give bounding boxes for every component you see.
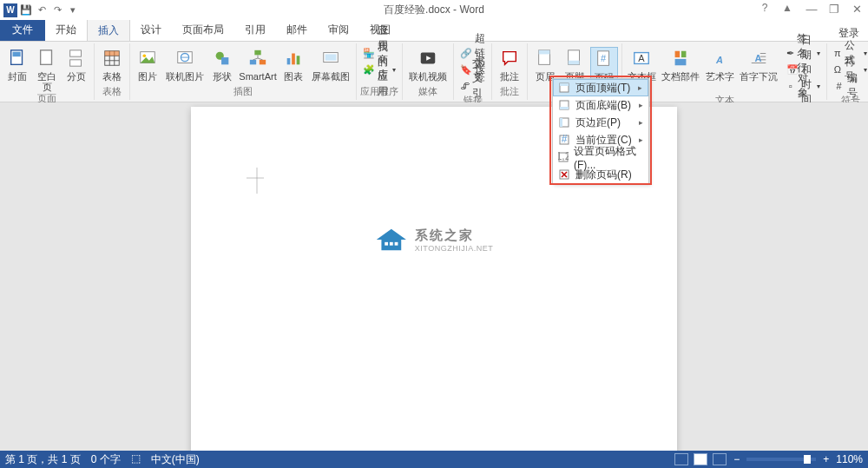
ribbon-tabs: 文件 开始 插入 设计 页面布局 引用 邮件 审阅 视图 登录 bbox=[0, 20, 868, 42]
svg-text:A: A bbox=[715, 55, 723, 65]
document-area[interactable]: 系统之家 XITONGZHIJIA.NET bbox=[0, 102, 868, 451]
svg-text:A: A bbox=[754, 53, 761, 63]
number-button[interactable]: #编号 bbox=[831, 78, 868, 94]
blank-page-button[interactable]: 空白页 bbox=[33, 47, 61, 92]
menu-top-of-page[interactable]: 页面顶端(T)▸ bbox=[553, 79, 648, 96]
tab-file[interactable]: 文件 bbox=[0, 19, 45, 41]
tab-mailings[interactable]: 邮件 bbox=[276, 19, 318, 41]
watermark-subtitle: XITONGZHIJIA.NET bbox=[415, 244, 493, 253]
svg-rect-25 bbox=[287, 58, 291, 64]
redo-icon[interactable]: ↷ bbox=[50, 3, 64, 17]
watermark: 系统之家 XITONGZHIJIA.NET bbox=[375, 227, 493, 253]
svg-rect-4 bbox=[70, 60, 82, 66]
screenshot-button[interactable]: 屏幕截图 bbox=[309, 47, 352, 82]
table-button[interactable]: 表格 bbox=[98, 47, 126, 82]
help-icon[interactable]: ? bbox=[757, 0, 773, 16]
wordart-button[interactable]: A 艺术字 bbox=[704, 47, 735, 94]
smartart-button[interactable]: SmartArt bbox=[238, 47, 278, 82]
restore-button[interactable]: ❐ bbox=[825, 0, 844, 17]
svg-line-23 bbox=[253, 58, 259, 60]
group-links: 🔗超链接 🔖书签 🖇交叉引用 链接 bbox=[454, 43, 492, 100]
shapes-button[interactable]: 形状 bbox=[208, 47, 236, 82]
group-illustrations: 图片 联机图片 形状 SmartArt 图表 屏幕截图 插 bbox=[130, 43, 357, 100]
quickparts-button[interactable]: 文档部件 bbox=[659, 47, 702, 94]
dropcap-button[interactable]: A 首字下沉 bbox=[737, 47, 780, 94]
zoom-slider[interactable] bbox=[746, 458, 816, 461]
svg-rect-10 bbox=[105, 51, 120, 56]
read-mode-icon[interactable] bbox=[674, 453, 688, 465]
group-comments: 批注 批注 bbox=[492, 43, 528, 100]
pictures-icon bbox=[137, 47, 158, 69]
wordart-icon: A bbox=[709, 47, 730, 69]
status-lang-icon[interactable]: ⬚ bbox=[131, 452, 141, 467]
minimize-button[interactable]: — bbox=[802, 0, 821, 17]
store-icon: 🏪 bbox=[363, 47, 375, 59]
quickparts-icon bbox=[670, 47, 691, 69]
signature-icon: ✒ bbox=[786, 47, 794, 59]
cover-page-button[interactable]: 封面 bbox=[3, 47, 31, 92]
svg-rect-67 bbox=[395, 242, 398, 246]
web-layout-icon[interactable] bbox=[713, 453, 727, 465]
status-language[interactable]: 中文(中国) bbox=[151, 452, 200, 467]
comment-icon bbox=[499, 47, 520, 69]
svg-rect-27 bbox=[297, 56, 300, 64]
tab-references[interactable]: 引用 bbox=[234, 19, 276, 41]
comment-button[interactable]: 批注 bbox=[496, 47, 523, 82]
view-mode-icons bbox=[674, 453, 727, 465]
online-pictures-button[interactable]: 联机图片 bbox=[163, 47, 207, 82]
tab-layout[interactable]: 页面布局 bbox=[172, 19, 234, 41]
page-break-button[interactable]: 分页 bbox=[62, 47, 90, 92]
cover-page-icon bbox=[7, 47, 28, 69]
myapps-button[interactable]: 🧩我的应用▾ bbox=[360, 62, 398, 77]
svg-rect-52 bbox=[560, 107, 569, 109]
status-page[interactable]: 第 1 页，共 1 页 bbox=[5, 452, 81, 467]
menu-remove-page-numbers[interactable]: 删除页码(R) bbox=[553, 166, 648, 183]
svg-rect-26 bbox=[292, 54, 295, 65]
print-layout-icon[interactable] bbox=[694, 453, 707, 465]
online-video-button[interactable]: 联机视频 bbox=[406, 47, 450, 82]
group-symbols: π公式▾ Ω符号▾ #编号 符号 bbox=[827, 43, 868, 100]
group-media-label: 媒体 bbox=[418, 85, 437, 100]
object-button[interactable]: ▫对象▾ bbox=[784, 78, 823, 94]
online-pictures-icon bbox=[174, 47, 195, 69]
word-app-icon[interactable]: W bbox=[3, 3, 17, 17]
tab-home[interactable]: 开始 bbox=[45, 19, 87, 41]
zoom-out-button[interactable]: − bbox=[733, 453, 740, 465]
svg-rect-1 bbox=[13, 52, 21, 56]
zoom-in-button[interactable]: + bbox=[823, 453, 829, 465]
cursor-mark bbox=[247, 168, 264, 194]
svg-rect-21 bbox=[260, 60, 266, 65]
svg-rect-19 bbox=[254, 50, 260, 56]
shapes-icon bbox=[212, 47, 233, 69]
svg-rect-35 bbox=[569, 61, 580, 65]
equation-icon: π bbox=[833, 47, 842, 59]
qat-customize-icon[interactable]: ▾ bbox=[66, 3, 80, 17]
status-words[interactable]: 0 个字 bbox=[91, 452, 121, 467]
video-icon bbox=[418, 47, 438, 69]
menu-page-margins[interactable]: 页边距(P)▸ bbox=[553, 114, 648, 131]
tab-insert[interactable]: 插入 bbox=[87, 19, 130, 41]
save-icon[interactable]: 💾 bbox=[19, 3, 33, 17]
tab-design[interactable]: 设计 bbox=[130, 19, 172, 41]
page-bottom-icon bbox=[558, 99, 570, 111]
close-button[interactable]: ✕ bbox=[847, 0, 866, 17]
zoom-level[interactable]: 110% bbox=[836, 453, 863, 465]
format-page-icon: 1,2 bbox=[558, 151, 569, 163]
crossref-icon: 🖇 bbox=[460, 80, 470, 92]
svg-rect-54 bbox=[560, 118, 562, 127]
menu-bottom-of-page[interactable]: 页面底端(B)▸ bbox=[553, 96, 648, 114]
myapps-icon: 🧩 bbox=[363, 63, 375, 76]
tab-review[interactable]: 审阅 bbox=[318, 19, 359, 41]
login-link[interactable]: 登录 bbox=[838, 26, 859, 41]
pictures-button[interactable]: 图片 bbox=[134, 47, 161, 82]
object-icon: ▫ bbox=[786, 80, 795, 92]
group-apps-label: 应用程序 bbox=[360, 85, 398, 100]
crossref-button[interactable]: 🖇交叉引用 bbox=[457, 78, 488, 94]
screenshot-icon bbox=[320, 47, 341, 69]
chart-button[interactable]: 图表 bbox=[279, 47, 307, 82]
undo-icon[interactable]: ↶ bbox=[35, 3, 49, 17]
menu-format-page-numbers[interactable]: 1,2 设置页码格式(F)... bbox=[553, 148, 648, 166]
svg-text:#: # bbox=[601, 53, 607, 63]
group-apps: 🏪应用商店 🧩我的应用▾ 应用程序 bbox=[357, 43, 403, 100]
ribbon-collapse-icon[interactable]: ▲ bbox=[779, 0, 795, 16]
